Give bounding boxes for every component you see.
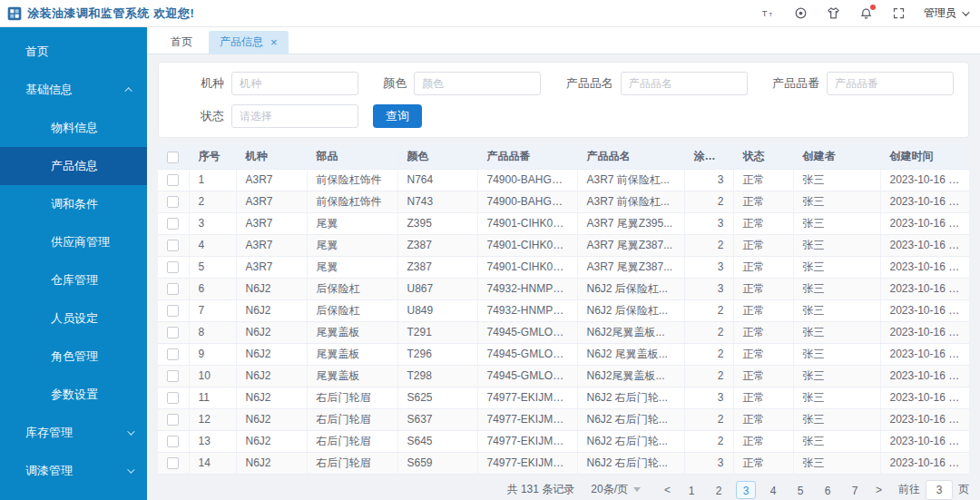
tab-product-info[interactable]: 产品信息×	[209, 31, 289, 54]
cell-color: U849	[397, 299, 477, 321]
sidebar-item-param-setting[interactable]: 参数设置	[0, 376, 147, 414]
next-page-button[interactable]: >	[868, 484, 889, 496]
prev-page-button[interactable]: <	[657, 484, 678, 496]
bell-icon[interactable]	[858, 6, 873, 21]
row-checkbox[interactable]	[167, 305, 179, 317]
page-button-3[interactable]: 3	[736, 481, 756, 499]
sidebar-item-basic-info[interactable]: 基础信息	[0, 71, 147, 109]
machine-input[interactable]	[231, 72, 358, 95]
cell-paint-times: 3	[684, 387, 733, 408]
color-label: 颜色	[383, 75, 407, 92]
cell-color: T298	[397, 365, 477, 387]
row-checkbox-cell	[158, 387, 189, 408]
cell-machine: N6J2	[236, 387, 307, 408]
sidebar-item-label: 物料信息	[51, 120, 98, 136]
status-label: 状态	[173, 108, 224, 124]
svg-text:T: T	[769, 11, 772, 17]
row-checkbox[interactable]	[167, 457, 179, 469]
page-button-1[interactable]: 1	[681, 481, 701, 499]
sidebar-item-personnel-setting[interactable]: 人员设定	[0, 299, 147, 338]
cell-created-time: 2023-10-16 00:...	[880, 256, 969, 278]
cell-paint-times: 2	[684, 299, 733, 321]
cell-seq: 9	[189, 343, 236, 365]
product-name-input[interactable]	[621, 72, 748, 95]
row-checkbox[interactable]	[167, 240, 179, 251]
top-header: 涂装油漆调和监管系统 欢迎您! TT 管理员	[0, 0, 980, 27]
row-checkbox[interactable]	[167, 436, 179, 447]
cell-part: 尾翼盖板	[307, 343, 397, 365]
cell-color: N764	[397, 169, 477, 191]
row-checkbox-cell	[158, 212, 189, 234]
cell-machine: A3R7	[236, 234, 307, 256]
tab-home[interactable]: 首页	[160, 31, 203, 54]
row-checkbox[interactable]	[167, 261, 179, 273]
status-select[interactable]	[231, 104, 358, 128]
cell-part: 尾翼	[307, 256, 397, 278]
sidebar-item-blend-condition[interactable]: 调和条件	[0, 185, 147, 223]
cell-creator: 张三	[793, 191, 880, 212]
close-icon[interactable]: ×	[270, 36, 278, 48]
cell-part: 前保险杠饰件	[307, 191, 397, 212]
cell-product-number: 74932-HNMP0...	[477, 278, 577, 299]
cell-product-number: 74900-BAHG00...	[477, 191, 577, 212]
fullscreen-icon[interactable]	[891, 6, 906, 21]
cell-creator: 张三	[793, 169, 880, 191]
sidebar-item-role-mgmt[interactable]: 角色管理	[0, 338, 147, 376]
row-checkbox[interactable]	[167, 174, 179, 186]
cell-product-name: N6J2 尾翼盖板...	[577, 343, 684, 365]
row-checkbox[interactable]	[167, 283, 179, 295]
column-header: 涂装次	[684, 145, 733, 169]
font-size-icon[interactable]: TT	[760, 6, 775, 21]
sidebar-item-paint-mgmt[interactable]: 调漆管理	[0, 452, 147, 490]
row-checkbox[interactable]	[167, 370, 179, 382]
cell-creator: 张三	[793, 299, 880, 321]
row-checkbox[interactable]	[167, 392, 179, 404]
row-checkbox[interactable]	[167, 327, 179, 338]
select-all-checkbox[interactable]	[167, 152, 179, 163]
tab-label: 首页	[171, 34, 192, 50]
column-header: 部品	[307, 145, 397, 169]
page-button-6[interactable]: 6	[818, 481, 838, 499]
cell-machine: N6J2	[236, 430, 307, 452]
goto-page-input[interactable]	[926, 480, 953, 500]
cell-paint-times: 2	[684, 408, 733, 430]
table-row: 13N6J2右后门轮眉S64574977-EKIJM0...N6J2 右后门轮.…	[158, 430, 969, 452]
row-checkbox-cell	[158, 234, 189, 256]
sidebar-item-inventory-mgmt[interactable]: 库存管理	[0, 414, 147, 452]
row-checkbox[interactable]	[167, 348, 179, 360]
page-size-select[interactable]: 20条/页	[591, 482, 641, 497]
sidebar-item-warehouse-mgmt[interactable]: 仓库管理	[0, 261, 147, 299]
query-button[interactable]: 查询	[373, 104, 422, 128]
cell-machine: N6J2	[236, 343, 307, 365]
cell-product-number: 74977-EKIJM0...	[477, 387, 577, 408]
chevron-up-icon	[124, 87, 132, 94]
row-checkbox[interactable]	[167, 218, 179, 230]
user-menu[interactable]: 管理员	[924, 5, 967, 21]
cell-paint-times: 3	[684, 256, 733, 278]
page-button-4[interactable]: 4	[763, 481, 783, 499]
product-number-input[interactable]	[827, 72, 954, 95]
row-checkbox[interactable]	[167, 196, 179, 208]
cell-created-time: 2023-10-16 00:...	[880, 299, 969, 321]
sidebar-item-supplier-mgmt[interactable]: 供应商管理	[0, 223, 147, 261]
page-button-7[interactable]: 7	[845, 481, 865, 499]
sidebar-item-material-info[interactable]: 物料信息	[0, 109, 147, 147]
cell-paint-times: 2	[684, 321, 733, 343]
cell-part: 右后门轮眉	[307, 452, 397, 474]
table-header-row: 序号机种部品颜色产品品番产品品名涂装次状态创建者创建时间	[158, 145, 969, 169]
app-logo-icon	[7, 6, 22, 21]
column-header: 机种	[236, 145, 307, 169]
cell-color: Z387	[397, 256, 477, 278]
row-checkbox[interactable]	[167, 414, 179, 426]
cell-product-name: N6J2 右后门轮...	[577, 430, 684, 452]
sidebar-item-home[interactable]: 首页	[0, 33, 147, 71]
table-row: 5A3R7尾翼Z38774901-CIHK00...A3R7 尾翼Z387...…	[158, 256, 969, 278]
cell-seq: 11	[189, 387, 236, 408]
cell-product-name: N6J2 右后门轮...	[577, 452, 684, 474]
page-button-5[interactable]: 5	[790, 481, 810, 499]
page-button-2[interactable]: 2	[709, 481, 729, 499]
theme-shirt-icon[interactable]	[826, 6, 840, 21]
target-icon[interactable]	[793, 6, 808, 21]
color-input[interactable]	[414, 72, 541, 95]
sidebar-item-product-info[interactable]: 产品信息	[0, 147, 147, 185]
